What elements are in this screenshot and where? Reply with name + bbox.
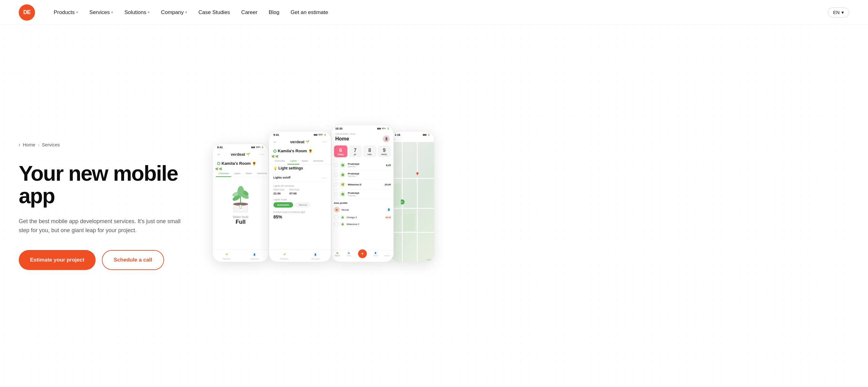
other-profiles: Inne profile M Michał 👤 🟢 Omega 3 20,00 <box>332 200 393 229</box>
lights-onoff-row: Lights on/off — <box>273 174 327 182</box>
back-arrow-icon[interactable]: ← <box>273 140 277 144</box>
item-avatar-2: 🟢 <box>340 172 346 178</box>
map-pin-1: 📍 <box>415 172 420 177</box>
lights-mode: Lights mode Automatic Manual <box>273 198 327 208</box>
tab-nutrients-2[interactable]: Nutrients <box>311 158 326 165</box>
phone1-tabs: Overview Lights Water Nutrients <box>213 170 269 177</box>
back-arrow-icon[interactable]: ← <box>217 152 221 157</box>
checkbox-1[interactable] <box>334 163 338 167</box>
svg-point-8 <box>239 205 243 209</box>
calendar-day-4[interactable]: 9 niedz. <box>378 145 391 157</box>
add-button[interactable]: + <box>358 249 367 258</box>
chevron-down-icon: ▾ <box>76 10 78 14</box>
main-nav: Products ▾ Services ▾ Solutions ▾ Compan… <box>54 9 815 15</box>
phone-mockup-3: 15:33 ▮▮▮4G+🔋 GRUDZIEŃ, 2018 Home 👤 6 <box>331 125 394 262</box>
profile-omega[interactable]: 🟢 Omega 3 20,00 <box>334 214 391 221</box>
phone2-time: 9:41 <box>273 133 279 136</box>
main-content: ‹ Home ‹ Services Your new mobile app Ge… <box>0 25 868 387</box>
checkbox-4[interactable] <box>334 192 338 196</box>
nav-services[interactable]: Services ▾ <box>89 9 113 15</box>
tab-overview-2[interactable]: Overview <box>272 158 287 165</box>
checkbox-3[interactable] <box>334 183 338 186</box>
hero-content: ‹ Home ‹ Services Your new mobile app Ge… <box>19 142 200 270</box>
home-header: GRUDZIEŃ, 2018 Home 👤 <box>332 130 393 144</box>
item-avatar-1: 🟢 <box>340 162 346 168</box>
chevron-down-icon: ▾ <box>841 10 844 15</box>
verdeat-logo-2: verdeat 🌱 <box>290 138 309 146</box>
calendar-day-3[interactable]: 8 sob. <box>363 145 376 157</box>
phone1-status-icons: ▮▮▮WiFi🔋 <box>251 146 264 148</box>
water-value: Full <box>236 219 246 225</box>
checkbox-2[interactable] <box>334 173 338 177</box>
item-avatar-3: 🌿 <box>340 181 346 187</box>
nav-planters-2[interactable]: 🌱 Planters <box>281 252 289 260</box>
nav-company[interactable]: Company ▾ <box>161 9 187 15</box>
home-nav-more[interactable]: ⋯ Więcej <box>384 252 390 260</box>
plant-display: Water level Full <box>213 177 269 228</box>
external-light: Current level of external light 85% <box>273 211 327 219</box>
breadcrumb-services: Services <box>42 142 60 147</box>
mode-manual-btn[interactable]: Manual <box>295 202 311 208</box>
nav-career[interactable]: Career <box>241 9 257 15</box>
nav-planters[interactable]: 🌱 Planters <box>223 252 231 260</box>
breadcrumb-sep: ‹ <box>38 142 39 147</box>
google-watermark: Google <box>427 259 433 260</box>
language-selector[interactable]: EN ▾ <box>828 7 849 17</box>
map-background: 📍 N Google <box>391 142 434 262</box>
calendar-day-1[interactable]: 6 today <box>334 145 347 157</box>
nav-products[interactable]: Products ▾ <box>54 9 78 15</box>
map-block-2 <box>404 214 415 231</box>
breadcrumb-sep: ‹ <box>19 142 20 147</box>
profile-avatar-michal: M <box>334 207 340 213</box>
estimate-button[interactable]: Estimate your project <box>19 250 96 270</box>
breadcrumb-home[interactable]: Home <box>23 142 35 147</box>
tab-lights[interactable]: Lights <box>231 170 243 177</box>
end-hour: End hour 07:00 <box>289 188 299 195</box>
pharmacy-item-4: 🟢 Probiotyk Pakowa... <box>334 189 391 199</box>
chevron-down-icon: ▾ <box>185 10 187 14</box>
phone1-bottom-nav: 🌱 Planters 👤 Account <box>213 249 269 262</box>
tab-overview[interactable]: Overview <box>216 170 231 177</box>
hero-title: Your new mobile app <box>19 162 200 207</box>
cta-buttons: Estimate your project Schedule a call <box>19 250 200 270</box>
nav-account[interactable]: 👤 Account <box>251 252 258 260</box>
phone3-bottom-nav: 🏠 Home 🏪 Sklep + 👤 Profil ⋯ Więcej <box>332 250 393 262</box>
home-nav-sklep[interactable]: 🏪 Sklep <box>346 252 351 260</box>
svg-point-10 <box>241 206 242 207</box>
tab-lights-2[interactable]: Lights <box>287 158 299 165</box>
logo[interactable]: DE <box>19 4 35 21</box>
tab-nutrients[interactable]: Nutrients <box>255 170 269 177</box>
chevron-down-icon: ▾ <box>111 10 113 14</box>
schedule-call-button[interactable]: Schedule a call <box>102 250 164 270</box>
nav-case-studies[interactable]: Case Studies <box>198 9 230 15</box>
svg-point-9 <box>239 206 240 207</box>
nav-get-estimate[interactable]: Get an estimate <box>290 9 328 15</box>
nav-account-2[interactable]: 👤 Account <box>312 252 319 260</box>
more-icon[interactable]: ⋯ <box>260 152 264 157</box>
room-title-2: Kamila's Room 🌻 <box>269 147 331 154</box>
plant-icon <box>226 180 255 214</box>
phone3-time: 15:33 <box>335 127 342 130</box>
phone-mockups: 9:41 ▮▮▮WiFi🔋 ← verdeat 🌱 ⋯ Kamila's Roo… <box>213 118 849 293</box>
light-settings: Lights on/off — Lights off schedule Star… <box>269 171 331 225</box>
nav-solutions[interactable]: Solutions ▾ <box>124 9 150 15</box>
home-nav-home[interactable]: 🏠 Home <box>335 252 340 260</box>
profile-michal[interactable]: M Michał 👤 <box>334 206 391 214</box>
more-icon[interactable]: ⋯ <box>322 140 327 144</box>
phone2-tabs: Overview Lights Water Nutrients <box>269 158 331 165</box>
tab-water[interactable]: Water <box>243 170 255 177</box>
header: DE Products ▾ Services ▾ Solutions ▾ Com… <box>0 0 868 25</box>
tab-water-2[interactable]: Water <box>299 158 311 165</box>
item-avatar-4: 🟢 <box>340 191 346 197</box>
calendar-day-2[interactable]: 7 pt. <box>349 145 362 157</box>
profile-witaminac[interactable]: 🟢 Witamina C <box>334 221 391 227</box>
map-block-1 <box>393 184 401 205</box>
back-arrow-icon-4[interactable]: ← <box>393 138 396 141</box>
phone-mockup-4: 1:16 ▮▮▮🔋 ← <box>391 131 434 262</box>
phone4-time: 1:16 <box>395 133 400 136</box>
chevron-down-icon: ▾ <box>148 10 150 14</box>
nav-blog[interactable]: Blog <box>269 9 279 15</box>
phone1-time: 9:41 <box>217 146 223 149</box>
home-nav-profil[interactable]: 👤 Profil <box>373 252 378 260</box>
mode-auto-btn[interactable]: Automatic <box>273 202 293 208</box>
